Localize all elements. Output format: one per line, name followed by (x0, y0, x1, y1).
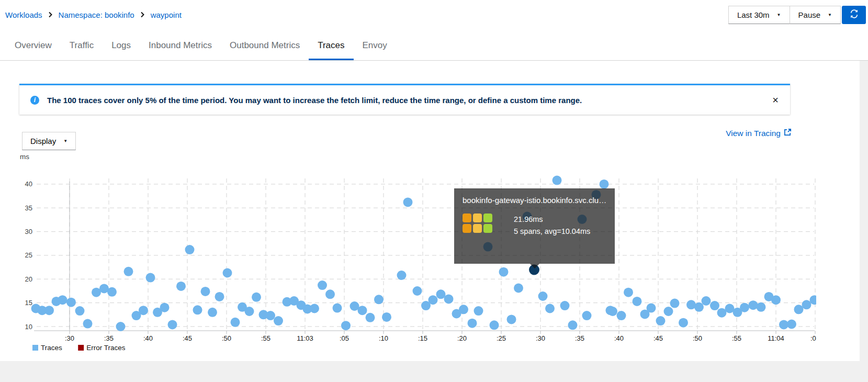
trace-point[interactable] (58, 295, 67, 305)
trace-point[interactable] (468, 319, 477, 328)
trace-point[interactable] (116, 322, 126, 331)
heatmap-cell (483, 224, 492, 233)
trace-point[interactable] (44, 306, 54, 315)
trace-point[interactable] (231, 318, 240, 327)
trace-point[interactable] (749, 300, 758, 310)
legend-item-error-traces[interactable]: Error Traces (78, 344, 126, 352)
tab-logs[interactable]: Logs (103, 33, 140, 60)
trace-point[interactable] (710, 301, 719, 310)
trace-point[interactable] (403, 197, 413, 207)
trace-point[interactable] (139, 306, 148, 315)
trace-point[interactable] (223, 268, 232, 278)
trace-point[interactable] (333, 304, 342, 313)
trace-point[interactable] (444, 294, 454, 304)
chart-canvas: 10152025303540:30:35:40:45:50:5511:03:05… (10, 152, 816, 356)
trace-point[interactable] (146, 273, 155, 283)
duration-dropdown[interactable]: Last 30m ▼ (728, 6, 790, 24)
trace-duration: 21.96ms (514, 214, 590, 226)
trace-point[interactable] (75, 306, 85, 316)
close-icon[interactable]: × (771, 95, 780, 105)
trace-point[interactable] (208, 308, 217, 317)
trace-point[interactable] (374, 295, 384, 304)
display-dropdown[interactable]: Display ▼ (22, 132, 76, 150)
trace-point[interactable] (757, 302, 766, 312)
y-axis-unit-label: ms (20, 153, 29, 161)
trace-point[interactable] (633, 297, 642, 306)
trace-point[interactable] (168, 320, 177, 329)
trace-point[interactable] (193, 305, 202, 314)
trace-point[interactable] (545, 304, 555, 313)
x-tick-label: :05 (340, 334, 349, 342)
trace-point[interactable] (600, 179, 609, 189)
trace-point[interactable] (568, 320, 578, 330)
tab-traces[interactable]: Traces (309, 33, 353, 60)
trace-point[interactable] (274, 316, 283, 325)
trace-point[interactable] (553, 176, 562, 185)
trace-point[interactable] (702, 296, 711, 306)
trace-point[interactable] (459, 305, 468, 314)
tab-inbound-metrics[interactable]: Inbound Metrics (140, 33, 221, 60)
trace-point[interactable] (740, 303, 749, 312)
breadcrumb-item-namespace-bookinfo[interactable]: Namespace: bookinfo (59, 10, 134, 19)
trace-point[interactable] (310, 304, 319, 313)
trace-point[interactable] (474, 306, 483, 316)
trace-point[interactable] (318, 280, 327, 290)
tab-outbound-metrics[interactable]: Outbound Metrics (221, 33, 309, 60)
trace-point[interactable] (382, 312, 391, 322)
trace-point[interactable] (670, 299, 680, 308)
trace-point[interactable] (366, 313, 375, 322)
y-tick-label: 15 (25, 299, 32, 307)
chevron-down-icon: ▼ (828, 13, 832, 17)
view-in-tracing-link[interactable]: View in Tracing (726, 128, 792, 138)
trace-point[interactable] (436, 289, 446, 299)
trace-point[interactable] (490, 320, 499, 330)
trace-point[interactable] (560, 301, 570, 310)
trace-point[interactable] (160, 303, 170, 312)
trace-point[interactable] (787, 320, 796, 329)
trace-point[interactable] (617, 311, 626, 320)
trace-point[interactable] (325, 289, 335, 299)
breadcrumb-item-workloads[interactable]: Workloads (5, 10, 42, 19)
x-tick-label: :40 (614, 334, 624, 342)
trace-point[interactable] (624, 288, 633, 297)
tab-envoy[interactable]: Envoy (354, 33, 396, 60)
trace-point[interactable] (538, 291, 548, 301)
trace-point[interactable] (771, 295, 781, 305)
trace-point[interactable] (802, 300, 811, 309)
trace-point[interactable] (397, 271, 407, 280)
trace-point[interactable] (245, 307, 254, 316)
trace-point[interactable] (794, 305, 804, 314)
trace-point[interactable] (656, 316, 666, 325)
trace-point[interactable] (215, 292, 224, 301)
trace-point[interactable] (694, 302, 704, 312)
trace-point[interactable] (608, 307, 617, 316)
time-controls: Last 30m ▼ Pause ▼ (728, 6, 866, 24)
trace-point[interactable] (341, 321, 351, 330)
trace-point[interactable] (66, 298, 76, 307)
breadcrumb-item-waypoint[interactable]: waypoint (151, 10, 182, 19)
trace-point[interactable] (582, 311, 592, 320)
trace-point[interactable] (124, 267, 133, 276)
refresh-button[interactable] (842, 6, 866, 24)
trace-point[interactable] (185, 245, 195, 254)
trace-point[interactable] (647, 304, 656, 313)
tab-traffic[interactable]: Traffic (61, 33, 103, 60)
refresh-interval-dropdown[interactable]: Pause ▼ (790, 6, 841, 24)
trace-point[interactable] (664, 307, 673, 316)
trace-point[interactable] (252, 293, 261, 302)
y-tick-label: 35 (25, 204, 32, 212)
trace-point[interactable] (201, 287, 210, 296)
trace-point[interactable] (679, 318, 688, 328)
trace-point[interactable] (83, 319, 93, 329)
trace-point[interactable] (507, 314, 516, 324)
trace-point[interactable] (514, 284, 523, 293)
trace-point[interactable] (358, 306, 367, 315)
trace-point[interactable] (176, 282, 186, 291)
trace-point[interactable] (266, 311, 275, 320)
legend-item-traces[interactable]: Traces (32, 344, 62, 352)
tab-overview[interactable]: Overview (6, 33, 61, 60)
trace-point[interactable] (107, 287, 117, 297)
trace-point[interactable] (429, 295, 438, 305)
trace-point[interactable] (499, 267, 509, 277)
trace-point[interactable] (413, 286, 422, 296)
